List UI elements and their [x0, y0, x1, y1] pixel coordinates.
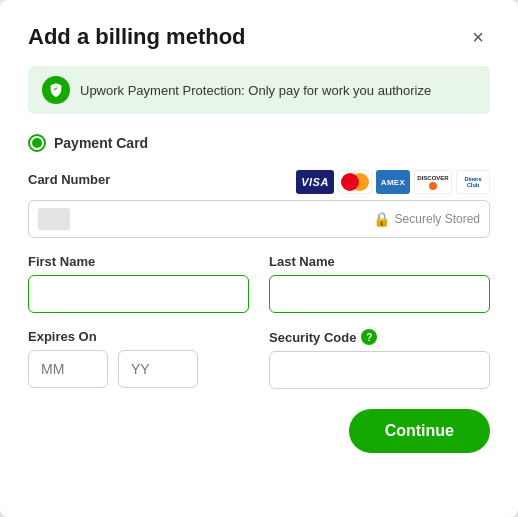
security-code-label-row: Security Code ?	[269, 329, 490, 345]
payment-card-radio[interactable]	[28, 134, 46, 152]
last-name-label: Last Name	[269, 254, 490, 269]
expires-label: Expires On	[28, 329, 249, 344]
protection-banner: Upwork Payment Protection: Only pay for …	[28, 66, 490, 114]
lock-icon: 🔒	[373, 211, 390, 227]
shield-icon	[42, 76, 70, 104]
first-name-label: First Name	[28, 254, 249, 269]
last-name-input[interactable]	[269, 275, 490, 313]
visa-logo: VISA	[296, 170, 334, 194]
continue-row: Continue	[28, 409, 490, 453]
secure-stored-indicator: 🔒 Securely Stored	[373, 211, 480, 227]
modal-header: Add a billing method ×	[28, 24, 490, 50]
modal-title: Add a billing method	[28, 24, 246, 50]
first-name-input[interactable]	[28, 275, 249, 313]
expires-inputs	[28, 350, 249, 388]
continue-button[interactable]: Continue	[349, 409, 490, 453]
mastercard-logo	[338, 170, 372, 194]
discover-logo: DISCOVER	[414, 170, 452, 194]
payment-option[interactable]: Payment Card	[28, 134, 490, 152]
expires-mm-input[interactable]	[28, 350, 108, 388]
add-billing-modal: Add a billing method × Upwork Payment Pr…	[0, 0, 518, 517]
diners-logo: DinersClub	[456, 170, 490, 194]
first-name-section: First Name	[28, 254, 249, 313]
card-logos: VISA AMEX DISCOVER DinersClub	[296, 170, 490, 194]
card-number-header: Card Number VISA AMEX DISCOVER DinersClu…	[28, 170, 490, 194]
expires-yy-input[interactable]	[118, 350, 198, 388]
last-name-section: Last Name	[269, 254, 490, 313]
security-code-input[interactable]	[269, 351, 490, 389]
radio-selected-indicator	[32, 138, 42, 148]
security-code-label: Security Code	[269, 330, 356, 345]
card-number-section: Card Number VISA AMEX DISCOVER DinersClu…	[28, 170, 490, 238]
protection-text: Upwork Payment Protection: Only pay for …	[80, 83, 431, 98]
name-row: First Name Last Name	[28, 254, 490, 313]
security-code-section: Security Code ?	[269, 329, 490, 389]
card-number-label: Card Number	[28, 172, 110, 187]
expires-section: Expires On	[28, 329, 249, 389]
payment-card-label: Payment Card	[54, 135, 148, 151]
security-code-help-icon[interactable]: ?	[361, 329, 377, 345]
expires-security-row: Expires On Security Code ?	[28, 329, 490, 389]
amex-logo: AMEX	[376, 170, 410, 194]
card-number-field: 🔒 Securely Stored	[28, 200, 490, 238]
secure-stored-text: Securely Stored	[395, 212, 480, 226]
card-icon	[38, 208, 70, 230]
close-button[interactable]: ×	[466, 25, 490, 49]
